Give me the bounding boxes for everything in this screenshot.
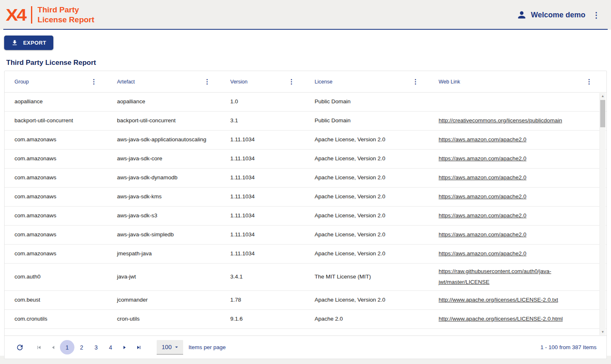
cell-license: Apache License, Version 2.0 [305,207,429,225]
cell-license: The MIT License (MIT) [305,264,429,290]
table-row: com.amazonawsaws-java-sdk-s31.11.1034Apa… [5,207,606,226]
table-row: com.beustjcommander1.78Apache License, V… [5,291,606,310]
cell-artefact: aws-java-sdk-simpledb [107,226,220,244]
cell-version: 1.78 [220,291,305,309]
page-button-1[interactable]: 1 [60,340,74,354]
cell-artefact: aws-java-sdk-s3 [107,207,220,225]
license-table: Group ⋮ Artefact ⋮ Version ⋮ License ⋮ W… [4,71,607,359]
table-row: com.amazonawsjmespath-java1.11.1034Apach… [5,245,606,264]
column-header-artefact: Artefact ⋮ [107,71,220,92]
column-menu-icon[interactable]: ⋮ [288,79,295,85]
items-per-page-select[interactable]: 100 [157,340,183,354]
cell-artefact: aws-java-sdk-core [107,150,220,168]
weblink-link[interactable]: https://aws.amazon.com/apache2.0 [439,191,526,202]
cell-artefact: backport-util-concurrent [107,112,220,130]
weblink-link[interactable]: http://www.apache.org/licenses/LICENSE-2… [439,314,563,324]
column-menu-icon[interactable]: ⋮ [412,79,419,85]
app-header: X4 Third Party License Report Welcome de… [0,0,611,30]
paginator: 1234 100 Items per page 1 - 100 from 387… [5,335,606,359]
cell-license: Apache License, Version 2.0 [305,150,429,168]
weblink-link[interactable]: https://aws.amazon.com/apache2.0 [439,134,526,145]
cell-artefact: jcommander [107,291,220,309]
cell-license: Apache License, Version 2.0 [305,188,429,206]
column-menu-icon[interactable]: ⋮ [91,79,97,85]
cell-license: Public Domain [305,112,429,130]
refresh-button[interactable] [13,340,27,354]
cell-license: Public Domain [305,93,429,111]
page-buttons-host: 1234 [60,340,118,354]
cell-weblink: https://aws.amazon.com/apache2.0 [429,150,606,168]
table-row: com.cronutilscron-utils9.1.6Apache 2.0ht… [5,310,606,329]
cell-version: 1.11.1034 [220,226,305,244]
export-button[interactable]: EXPORT [4,36,53,50]
weblink-link[interactable]: https://aws.amazon.com/apache2.0 [439,153,526,164]
logo-x4: X4 [6,7,26,23]
cell-weblink [429,93,606,111]
cell-artefact: aopalliance [107,93,220,111]
table-row: com.auth0java-jwt3.4.1The MIT License (M… [5,264,606,291]
user-icon [516,10,527,20]
cell-group: com.amazonaws [5,169,107,187]
table-row: backport-util-concurrentbackport-util-co… [5,112,606,131]
column-label: Version [230,79,248,85]
next-page-button[interactable] [118,340,132,354]
weblink-link[interactable]: https://aws.amazon.com/apache2.0 [439,172,526,183]
welcome-text: Welcome demo [531,11,585,19]
cell-version: 3.1 [220,112,305,130]
cell-version: 1.11.1034 [220,150,305,168]
app-logo: X4 Third Party License Report [6,5,94,25]
column-menu-icon[interactable]: ⋮ [204,79,210,85]
table-body: aopallianceaopalliance1.0Public Domainba… [5,93,606,335]
weblink-link[interactable]: https://aws.amazon.com/apache2.0 [439,210,526,221]
cell-artefact: aws-java-sdk-applicationautoscaling [107,131,220,149]
weblink-link[interactable]: https://aws.amazon.com/apache2.0 [439,229,526,240]
cell-weblink: https://aws.amazon.com/apache2.0 [429,207,606,225]
cell-group: backport-util-concurrent [5,112,107,130]
cell-weblink: https://aws.amazon.com/apache2.0 [429,131,606,149]
cell-weblink: https://raw.githubusercontent.com/auth0/… [429,264,606,290]
cell-group: com.amazonaws [5,226,107,244]
column-label: Artefact [117,79,135,85]
cell-group: com.amazonaws [5,188,107,206]
weblink-link[interactable]: https://raw.githubusercontent.com/auth0/… [439,266,597,288]
cell-group: com.amazonaws [5,207,107,225]
cell-license: Apache License, Version 2.0 [305,226,429,244]
last-page-button[interactable] [132,340,146,354]
weblink-link[interactable]: https://aws.amazon.com/apache2.0 [439,248,526,259]
export-button-label: EXPORT [23,40,46,46]
user-menu-icon[interactable]: ⋮ [592,11,600,19]
cell-group: com.beust [5,291,107,309]
items-per-page-value: 100 [162,344,172,350]
cell-version: 1.11.1034 [220,245,305,263]
cell-version: 1.11.1034 [220,207,305,225]
scrollbar-thumb[interactable] [600,100,605,127]
previous-page-button[interactable] [46,340,60,354]
user-area: Welcome demo ⋮ [516,10,600,20]
cell-artefact: jmespath-java [107,245,220,263]
table-scrollbar[interactable]: ▲ ▼ [599,93,606,335]
scroll-up-icon[interactable]: ▲ [600,93,606,99]
cell-group: com.amazonaws [5,131,107,149]
cell-group: com.amazonaws [5,150,107,168]
cell-group: com.auth0 [5,264,107,290]
cell-group: com.amazonaws [5,245,107,263]
scroll-down-icon[interactable]: ▼ [600,329,606,335]
cell-version: 1.11.1034 [220,131,305,149]
cell-artefact: java-jwt [107,264,220,290]
weblink-link[interactable]: http://www.apache.org/licenses/LICENSE-2… [439,295,558,305]
page-button-4[interactable]: 4 [103,340,118,354]
cell-license: Apache License, Version 2.0 [305,245,429,263]
first-page-button[interactable] [32,340,46,354]
table-row: com.amazonawsaws-java-sdk-simpledb1.11.1… [5,226,606,245]
page-button-2[interactable]: 2 [74,340,89,354]
table-row: com.amazonawsaws-java-sdk-core1.11.1034A… [5,150,606,169]
page-title: Third Party License Report [6,59,605,67]
weblink-link[interactable]: http://creativecommons.org/licenses/publ… [439,115,562,126]
cell-group: com.cronutils [5,310,107,328]
column-menu-icon[interactable]: ⋮ [586,79,592,85]
page-button-3[interactable]: 3 [89,340,103,354]
cell-version: 9.1.6 [220,310,305,328]
column-header-weblink: Web Link ⋮ [429,71,606,92]
cell-weblink: https://aws.amazon.com/apache2.0 [429,245,606,263]
cell-artefact: aws-java-sdk-kms [107,188,220,206]
